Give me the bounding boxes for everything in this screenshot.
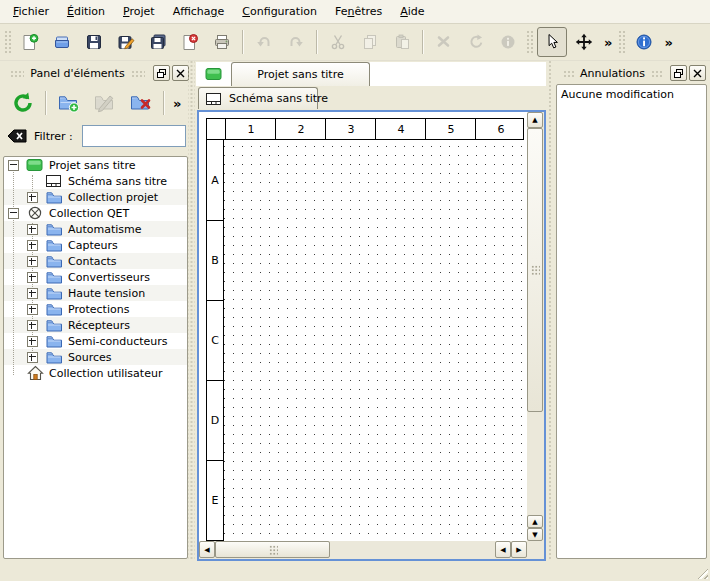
save-as-button[interactable] — [111, 27, 141, 57]
menu--dition[interactable]: Édition — [58, 2, 114, 21]
undo-panel-titlebar[interactable]: Annulations — [553, 63, 710, 83]
tab-project-label: Projet sans titre — [257, 68, 344, 81]
expander-icon[interactable] — [27, 304, 38, 315]
expander-icon[interactable] — [27, 336, 38, 347]
dock-drag-handle[interactable] — [563, 70, 574, 77]
dock-close-button[interactable] — [172, 65, 189, 81]
expander-icon[interactable] — [27, 256, 38, 267]
move-tool-button[interactable] — [569, 27, 599, 57]
tab-schema[interactable]: Schéma sans titre — [198, 87, 318, 109]
open-document-button[interactable] — [47, 27, 77, 57]
folder-icon — [45, 253, 63, 269]
filter-input[interactable] — [82, 125, 186, 147]
tree-item-label: Convertisseurs — [68, 271, 150, 284]
cut-button[interactable] — [323, 27, 353, 57]
tree-item-label: Sources — [68, 351, 112, 364]
expander-icon[interactable] — [8, 208, 19, 219]
new-category-button[interactable] — [52, 86, 86, 120]
dock-drag-handle[interactable] — [131, 70, 145, 77]
menu-aide[interactable]: Aide — [391, 2, 433, 21]
canvas-column-header: 123456 — [206, 118, 524, 140]
expander-icon[interactable] — [27, 192, 38, 203]
scroll-left-button[interactable]: ◀ — [199, 541, 215, 558]
info-button[interactable] — [493, 27, 523, 57]
redo-button[interactable] — [281, 27, 311, 57]
toolbar-separator — [242, 30, 244, 54]
undo-panel-title: Annulations — [580, 67, 645, 80]
toolbar-drag-handle[interactable] — [526, 30, 533, 54]
delete-category-button[interactable] — [124, 86, 158, 120]
toolbar-group: » — [524, 24, 616, 60]
dock-float-button[interactable] — [670, 65, 687, 81]
expander-icon[interactable] — [27, 320, 38, 331]
expander-icon[interactable] — [27, 240, 38, 251]
save-as-icon — [117, 33, 135, 51]
close-document-button[interactable] — [175, 27, 205, 57]
undo-history-list: Aucune modification — [556, 84, 707, 559]
new-category-icon — [58, 92, 80, 114]
toolbar-extension-button[interactable]: » — [660, 35, 676, 50]
expander-icon[interactable] — [27, 352, 38, 363]
tree-item-label: Schéma sans titre — [68, 175, 167, 188]
column-header-4: 4 — [375, 119, 426, 139]
copy-button[interactable] — [355, 27, 385, 57]
scroll-up-button[interactable]: ▲ — [527, 112, 543, 128]
tree-item-collection-projet[interactable]: Collection projet — [4, 189, 187, 205]
print-button[interactable] — [207, 27, 237, 57]
canvas-row-header: ABCDE — [206, 140, 224, 541]
toolbar-extension-button[interactable]: » — [600, 35, 616, 50]
column-header-2: 2 — [275, 119, 326, 139]
rotate-button[interactable] — [461, 27, 491, 57]
dock-drag-handle[interactable] — [10, 70, 24, 77]
row-header-E: E — [207, 460, 223, 541]
expander-icon[interactable] — [27, 224, 38, 235]
menu-configuration[interactable]: Configuration — [233, 2, 326, 21]
delete-button[interactable] — [429, 27, 459, 57]
save-button[interactable] — [79, 27, 109, 57]
open-document-icon — [53, 33, 71, 51]
scroll-left-button-2[interactable]: ◀ — [495, 541, 511, 558]
new-document-button[interactable] — [15, 27, 45, 57]
refresh-icon — [11, 91, 35, 115]
menu-fen-tres[interactable]: Fenêtres — [326, 2, 391, 21]
scroll-right-button[interactable]: ▶ — [511, 541, 527, 558]
tree-item-label: Automatisme — [68, 223, 142, 236]
info-blue-button[interactable] — [629, 27, 659, 57]
tree-item-projet-sans-titre[interactable]: Projet sans titre — [4, 157, 187, 173]
save-all-button[interactable] — [143, 27, 173, 57]
edit-category-button[interactable] — [88, 86, 122, 120]
undo-button[interactable] — [249, 27, 279, 57]
tree-item-sources[interactable]: Sources — [4, 349, 187, 365]
paste-button[interactable] — [387, 27, 417, 57]
dock-float-button[interactable] — [153, 65, 170, 81]
scroll-up-button-2[interactable]: ▲ — [527, 515, 543, 528]
dock-drag-handle[interactable] — [651, 70, 662, 77]
expander-icon[interactable] — [27, 288, 38, 299]
select-cursor-button[interactable] — [537, 27, 567, 57]
clear-filter-icon[interactable] — [7, 128, 27, 144]
vertical-scroll-thumb[interactable] — [527, 128, 543, 412]
tree-item-collection-utilisateur[interactable]: Collection utilisateur — [4, 365, 187, 381]
tab-project[interactable]: Projet sans titre — [231, 62, 370, 86]
menu-projet[interactable]: Projet — [114, 2, 164, 21]
tree-item-collection-qet[interactable]: Collection QET — [4, 205, 187, 221]
horizontal-scroll-thumb[interactable] — [215, 541, 330, 558]
left-splitter[interactable] — [188, 61, 195, 559]
toolbar-drag-handle[interactable] — [618, 30, 625, 54]
expander-icon[interactable] — [8, 160, 19, 171]
dock-close-button[interactable] — [689, 65, 706, 81]
elements-panel-titlebar[interactable]: Panel d'éléments — [0, 63, 193, 83]
refresh-button[interactable] — [6, 86, 40, 120]
schema-canvas[interactable]: 123456 ABCDE — [199, 112, 527, 541]
toolbar-drag-handle[interactable] — [4, 30, 11, 54]
tree-item-label: Semi-conducteurs — [68, 335, 168, 348]
save-all-icon — [149, 33, 167, 51]
vertical-scrollbar[interactable]: ▲ ▲ ▼ — [527, 112, 544, 541]
menu-fichier[interactable]: Fichier — [4, 2, 58, 21]
expander-icon[interactable] — [27, 272, 38, 283]
toolbar-extension-button[interactable]: » — [169, 96, 185, 111]
menu-affichage[interactable]: Affichage — [164, 2, 234, 21]
horizontal-scrollbar[interactable]: ◀ ◀ ▶ — [199, 541, 527, 559]
scroll-down-button[interactable]: ▼ — [527, 528, 543, 541]
toolbar-separator — [45, 91, 47, 115]
